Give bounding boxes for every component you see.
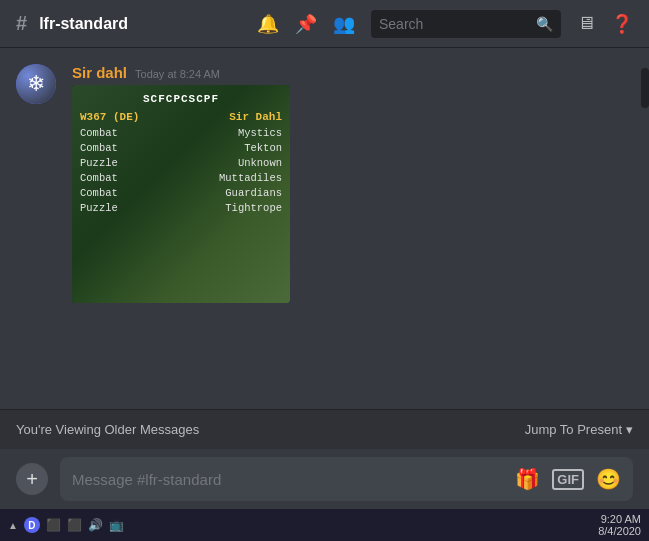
game-type-5: Puzzle	[80, 202, 118, 214]
game-type-2: Puzzle	[80, 157, 118, 169]
header-icons: 🔔 📌 👥 🔍 🖥 ❓	[257, 10, 633, 38]
plus-icon: +	[26, 468, 38, 491]
volume-icon[interactable]: 🔊	[88, 518, 103, 532]
gif-icon[interactable]: GIF	[552, 469, 584, 490]
game-image-inner: SCFCPCSCPF W367 (DE) Sir Dahl Combat Mys…	[72, 85, 290, 303]
avatar-image	[16, 64, 56, 104]
chevron-down-icon: ▾	[626, 422, 633, 437]
taskbar-right: 9:20 AM 8/4/2020	[598, 513, 641, 537]
message-input-placeholder: Message #lfr-standard	[72, 471, 507, 488]
bell-icon[interactable]: 🔔	[257, 13, 279, 35]
game-type-3: Combat	[80, 172, 118, 184]
message-input-box[interactable]: Message #lfr-standard 🎁 GIF 😊	[60, 457, 633, 501]
game-header-row: W367 (DE) Sir Dahl	[80, 111, 282, 123]
game-title: SCFCPCSCPF	[80, 93, 282, 105]
game-clan-0: Mystics	[238, 127, 282, 139]
game-row-2: Puzzle Unknown	[80, 157, 282, 169]
discord-tray-icon[interactable]: D	[24, 517, 40, 533]
input-icons: 🎁 GIF 😊	[515, 467, 621, 491]
search-icon: 🔍	[536, 16, 553, 32]
add-button[interactable]: +	[16, 463, 48, 495]
game-type-0: Combat	[80, 127, 118, 139]
game-clan-3: Muttadiles	[219, 172, 282, 184]
game-row-3: Combat Muttadiles	[80, 172, 282, 184]
jump-to-present-button[interactable]: Jump To Present ▾	[525, 422, 633, 437]
message-input-area: + Message #lfr-standard 🎁 GIF 😊	[0, 449, 649, 509]
message-content: Sir dahl Today at 8:24 AM SCFCPCSCPF W36…	[72, 64, 633, 303]
author-name: Sir dahl	[72, 64, 127, 81]
chat-area: Sir dahl Today at 8:24 AM SCFCPCSCPF W36…	[0, 48, 649, 409]
tray-icon-1: ⬛	[46, 518, 61, 532]
game-rank: W367 (DE)	[80, 111, 139, 123]
game-type-4: Combat	[80, 187, 118, 199]
members-icon[interactable]: 👥	[333, 13, 355, 35]
message-header: Sir dahl Today at 8:24 AM	[72, 64, 633, 81]
pin-icon[interactable]: 📌	[295, 13, 317, 35]
help-icon[interactable]: ❓	[611, 13, 633, 35]
taskbar-up-arrow[interactable]: ▲	[8, 520, 18, 531]
message-timestamp: Today at 8:24 AM	[135, 68, 220, 80]
game-row-0: Combat Mystics	[80, 127, 282, 139]
game-row-5: Puzzle Tightrope	[80, 202, 282, 214]
avatar	[16, 64, 56, 104]
search-bar[interactable]: 🔍	[371, 10, 561, 38]
emoji-icon[interactable]: 😊	[596, 467, 621, 491]
game-clan-1: Tekton	[244, 142, 282, 154]
jump-to-present-label: Jump To Present	[525, 422, 622, 437]
scrollbar-thumb[interactable]	[641, 68, 649, 108]
taskbar-clock: 9:20 AM 8/4/2020	[598, 513, 641, 537]
taskbar: ▲ D ⬛ ⬛ 🔊 📺 9:20 AM 8/4/2020	[0, 509, 649, 541]
game-clan-4: Guardians	[225, 187, 282, 199]
game-clan-2: Unknown	[238, 157, 282, 169]
monitor-tray-icon[interactable]: 📺	[109, 518, 124, 532]
game-type-1: Combat	[80, 142, 118, 154]
older-messages-bar: You're Viewing Older Messages Jump To Pr…	[0, 409, 649, 449]
game-row-4: Combat Guardians	[80, 187, 282, 199]
gift-icon[interactable]: 🎁	[515, 467, 540, 491]
taskbar-left: ▲ D ⬛ ⬛ 🔊 📺	[8, 517, 124, 533]
header: # lfr-standard 🔔 📌 👥 🔍 🖥 ❓	[0, 0, 649, 48]
channel-hash-icon: #	[16, 12, 27, 35]
game-player: Sir Dahl	[229, 111, 282, 123]
tray-icon-2: ⬛	[67, 518, 82, 532]
channel-name: lfr-standard	[39, 15, 128, 33]
game-clan-5: Tightrope	[225, 202, 282, 214]
monitor-icon[interactable]: 🖥	[577, 13, 595, 34]
message-item: Sir dahl Today at 8:24 AM SCFCPCSCPF W36…	[16, 64, 633, 303]
older-messages-text: You're Viewing Older Messages	[16, 422, 199, 437]
game-row-1: Combat Tekton	[80, 142, 282, 154]
scrollbar[interactable]	[641, 48, 649, 409]
taskbar-time-display: 9:20 AM	[598, 513, 641, 525]
search-input[interactable]	[379, 16, 530, 32]
game-screenshot: SCFCPCSCPF W367 (DE) Sir Dahl Combat Mys…	[72, 85, 290, 303]
taskbar-date-display: 8/4/2020	[598, 525, 641, 537]
